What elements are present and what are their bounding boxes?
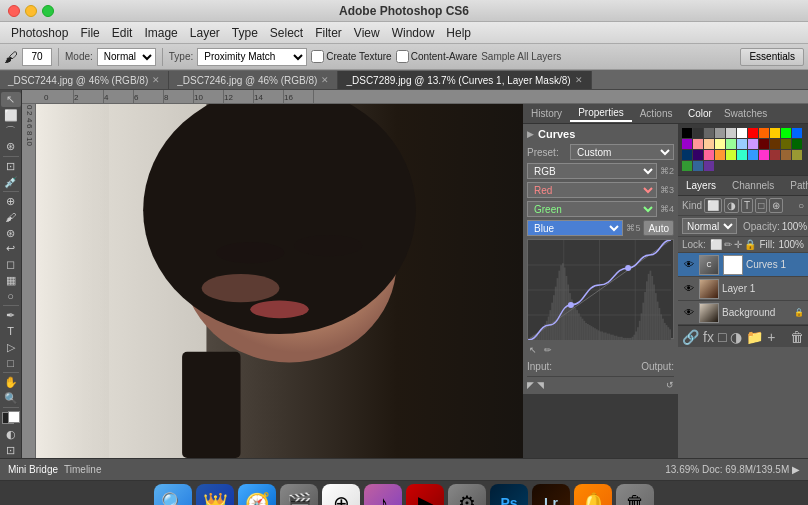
swatch-item[interactable] <box>792 150 802 160</box>
delete-layer-button[interactable]: 🗑 <box>790 329 804 345</box>
gradient-tool[interactable]: ▦ <box>1 273 21 288</box>
menu-window[interactable]: Window <box>386 24 441 42</box>
dock-icon-lightroom[interactable]: Lr <box>532 484 570 505</box>
swatch-item[interactable] <box>770 139 780 149</box>
canvas-area[interactable]: 0 2 4 6 8 10 <box>22 104 523 458</box>
blend-mode-select[interactable]: Normal <box>682 218 737 234</box>
tab-2[interactable]: _DSC7289.jpg @ 13.7% (Curves 1, Layer Ma… <box>338 71 591 89</box>
eraser-tool[interactable]: ◻ <box>1 257 21 272</box>
filter-toggle[interactable]: ○ <box>798 200 804 211</box>
swatch-item[interactable] <box>693 150 703 160</box>
swatch-item[interactable] <box>748 139 758 149</box>
menu-layer[interactable]: Layer <box>184 24 226 42</box>
swatch-item[interactable] <box>682 150 692 160</box>
curves-canvas[interactable] <box>528 240 671 340</box>
lasso-tool[interactable]: ⌒ <box>1 124 21 139</box>
dock-icon-itunes[interactable]: ♪ <box>364 484 402 505</box>
green-channel-select[interactable]: Green <box>527 201 657 217</box>
swatch-item[interactable] <box>792 128 802 138</box>
filter-shape[interactable]: □ <box>755 198 767 213</box>
swatch-item[interactable] <box>726 150 736 160</box>
tab-swatches[interactable]: Swatches <box>718 106 773 121</box>
close-button[interactable] <box>8 5 20 17</box>
swatch-item[interactable] <box>748 150 758 160</box>
filter-type[interactable]: T <box>741 198 753 213</box>
tab-close-0[interactable]: ✕ <box>152 75 160 85</box>
brush-tool[interactable]: 🖌 <box>1 210 21 225</box>
filter-adjust[interactable]: ◑ <box>724 198 739 213</box>
type-tool[interactable]: T <box>1 324 21 339</box>
maximize-button[interactable] <box>42 5 54 17</box>
history-brush-tool[interactable]: ↩ <box>1 241 21 256</box>
curves-tool-draw[interactable]: ✏ <box>542 343 554 357</box>
swatch-item[interactable] <box>704 150 714 160</box>
marquee-tool[interactable]: ⬜ <box>1 108 21 123</box>
menu-image[interactable]: Image <box>138 24 183 42</box>
swatch-item[interactable] <box>737 128 747 138</box>
move-tool[interactable]: ↖ <box>1 92 21 107</box>
dock-icon-finder[interactable]: 🔍 <box>154 484 192 505</box>
dock-icon-safari[interactable]: 🧭 <box>238 484 276 505</box>
lock-position-icon[interactable]: ✛ <box>734 239 742 250</box>
swatch-item[interactable] <box>781 150 791 160</box>
mode-select[interactable]: Normal <box>97 48 156 66</box>
curves-reset[interactable]: ↺ <box>666 380 674 390</box>
essentials-button[interactable]: Essentials <box>740 48 804 66</box>
dock-icon-youtube[interactable]: ▶ <box>406 484 444 505</box>
swatch-item[interactable] <box>715 139 725 149</box>
content-aware-checkbox[interactable] <box>396 50 409 63</box>
swatch-item[interactable] <box>748 128 758 138</box>
color-boxes[interactable] <box>2 412 20 422</box>
swatch-item[interactable] <box>693 139 703 149</box>
menu-view[interactable]: View <box>348 24 386 42</box>
swatch-item[interactable] <box>704 161 714 171</box>
tab-minibridge[interactable]: Mini Bridge <box>8 464 58 475</box>
zoom-tool[interactable]: 🔍 <box>1 391 21 406</box>
lock-transparent-icon[interactable]: ⬜ <box>710 239 722 250</box>
layer-eye-layer1[interactable]: 👁 <box>682 282 696 296</box>
layer-row-curves1[interactable]: 👁 C Curves 1 <box>678 253 808 277</box>
tab-1[interactable]: _DSC7246.jpg @ 46% (RGB/8) ✕ <box>169 71 338 89</box>
crop-tool[interactable]: ⊡ <box>1 159 21 174</box>
filter-smart[interactable]: ⊛ <box>769 198 783 213</box>
tab-history[interactable]: History <box>523 106 570 121</box>
quick-mask-mode[interactable]: ◐ <box>1 428 21 443</box>
new-adjustment-button[interactable]: ◑ <box>730 329 742 345</box>
add-style-button[interactable]: fx <box>703 329 714 345</box>
tab-paths[interactable]: Paths <box>782 178 808 193</box>
traffic-lights[interactable] <box>8 5 54 17</box>
swatch-item[interactable] <box>737 150 747 160</box>
swatch-item[interactable] <box>759 150 769 160</box>
swatch-item[interactable] <box>704 128 714 138</box>
background-color[interactable] <box>8 411 20 423</box>
dock-icon-trash[interactable]: 🗑 <box>616 484 654 505</box>
swatch-item[interactable] <box>715 150 725 160</box>
minimize-button[interactable] <box>25 5 37 17</box>
dock-icon-photoshop[interactable]: Ps <box>490 484 528 505</box>
new-layer-button[interactable]: + <box>767 329 775 345</box>
swatch-item[interactable] <box>759 139 769 149</box>
menu-filter[interactable]: Filter <box>309 24 348 42</box>
dock-icon-vlc[interactable]: 🔔 <box>574 484 612 505</box>
swatch-item[interactable] <box>682 128 692 138</box>
shape-tool[interactable]: □ <box>1 355 21 370</box>
menu-file[interactable]: File <box>74 24 105 42</box>
path-select-tool[interactable]: ▷ <box>1 340 21 355</box>
tab-0[interactable]: _DSC7244.jpg @ 46% (RGB/8) ✕ <box>0 71 169 89</box>
swatch-item[interactable] <box>682 139 692 149</box>
curves-clip-shadows[interactable]: ◤ <box>527 380 534 390</box>
lock-all-icon[interactable]: 🔒 <box>744 239 756 250</box>
swatch-item[interactable] <box>759 128 769 138</box>
spot-heal-tool[interactable]: ⊕ <box>1 194 21 209</box>
blue-channel-select[interactable]: Blue <box>527 220 623 236</box>
menu-photoshop[interactable]: Photoshop <box>5 24 74 42</box>
tab-close-2[interactable]: ✕ <box>575 75 583 85</box>
menu-type[interactable]: Type <box>226 24 264 42</box>
swatch-item[interactable] <box>781 139 791 149</box>
tab-close-1[interactable]: ✕ <box>321 75 329 85</box>
add-mask-button[interactable]: □ <box>718 329 726 345</box>
layer-row-layer1[interactable]: 👁 Layer 1 <box>678 277 808 301</box>
brush-size-input[interactable] <box>22 48 52 66</box>
preset-select[interactable]: Custom <box>570 144 674 160</box>
swatch-item[interactable] <box>781 128 791 138</box>
